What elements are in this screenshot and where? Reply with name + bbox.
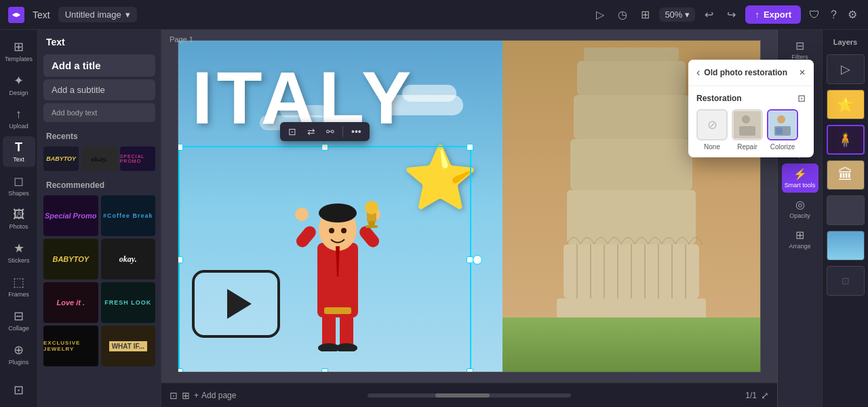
handle-top-left[interactable] xyxy=(178,144,183,151)
help-icon[interactable]: ? xyxy=(828,6,840,24)
shapes-icon: ◻ xyxy=(14,174,24,189)
timer-btn[interactable]: ◷ xyxy=(614,5,631,24)
settings-icon[interactable]: ⚙ xyxy=(845,5,860,24)
layer-item-blank1[interactable] xyxy=(827,195,865,225)
canvas[interactable]: ITALY xyxy=(178,40,761,372)
sidebar-item-more[interactable]: ⊡ xyxy=(3,379,35,402)
doc-name-text: Untitled image xyxy=(65,9,121,20)
rec-item-fresh-look[interactable]: FRESH LOOK xyxy=(101,282,156,323)
handle-top-right[interactable] xyxy=(467,144,473,151)
selection-box[interactable]: ↻ xyxy=(178,146,471,372)
recent-item-okay[interactable]: okay. xyxy=(81,147,117,171)
collage-icon: ⊟ xyxy=(14,309,24,324)
arrange-btn[interactable]: ⊞ Arrange xyxy=(782,225,818,254)
handle-bottom-right[interactable] xyxy=(467,368,473,372)
rec-item-babytoy2[interactable]: BABYTOY xyxy=(43,239,98,279)
fullscreen-btn[interactable]: ⤢ xyxy=(761,390,769,401)
layer-item-blank2[interactable]: ⊡ xyxy=(827,266,865,296)
flip-btn[interactable]: ⇄ xyxy=(304,125,318,138)
more-icon: ⊡ xyxy=(14,383,24,398)
handle-bottom-left[interactable] xyxy=(178,368,183,372)
layer-item-person[interactable]: 🧍 xyxy=(827,125,865,155)
handle-top-center[interactable] xyxy=(321,144,328,151)
opacity-btn[interactable]: ◎ Opacity xyxy=(782,194,818,223)
bottom-bar-right: 1/1 ⤢ xyxy=(576,390,769,401)
sidebar-item-shapes[interactable]: ◻ Shapes xyxy=(3,170,35,201)
scrollbar-thumb xyxy=(435,393,490,398)
canvas-area[interactable]: Page 1 ITALY xyxy=(161,30,777,407)
rec-fresh-look-text: FRESH LOOK xyxy=(104,299,151,306)
smart-tools-label: Smart tools xyxy=(785,182,816,189)
resto-option-none[interactable]: ⊘ None xyxy=(696,109,728,151)
resto-expand-icon[interactable]: ⊡ xyxy=(797,93,806,104)
special-text: Special Promo xyxy=(120,154,155,163)
layer-item-sky[interactable] xyxy=(827,231,865,260)
resto-option-repair[interactable]: Repair xyxy=(732,109,763,151)
rec-item-special-promo[interactable]: Special Promo xyxy=(43,195,98,236)
app-logo xyxy=(8,7,24,23)
bottom-bar: ⊡ ⊞ + Add page 1/1 ⤢ xyxy=(161,383,777,407)
layers-panel: Layers ▷ ⭐ 🧍 🏛 ⊡ xyxy=(822,30,868,407)
resto-none-label: None xyxy=(704,143,720,151)
smart-tools-btn[interactable]: ⚡ Smart tools xyxy=(782,163,818,193)
recents-label: Recents xyxy=(38,125,161,144)
handle-bottom-center[interactable] xyxy=(321,368,328,372)
okay-text: okay. xyxy=(91,155,108,163)
resto-close-button[interactable]: ✕ xyxy=(799,68,806,77)
sidebar-item-frames[interactable]: ⬚ Frames xyxy=(3,271,35,302)
layer-item-video[interactable]: ▷ xyxy=(827,54,865,84)
rotate-handle[interactable]: ↻ xyxy=(473,255,482,265)
crop-btn[interactable]: ⊡ xyxy=(285,125,299,138)
resto-option-colorize[interactable]: Colorize xyxy=(767,109,798,151)
text-icon: T xyxy=(15,140,22,155)
redo-btn[interactable]: ↪ xyxy=(723,5,740,24)
recent-item-special[interactable]: Special Promo xyxy=(120,147,155,171)
export-button[interactable]: ↑ Export xyxy=(745,5,801,24)
templates-icon: ⊞ xyxy=(14,39,24,54)
rec-love-it-text: Love it . xyxy=(56,298,85,307)
page-label: Page 1 xyxy=(170,35,193,43)
layer-item-pisa[interactable]: 🏛 xyxy=(827,160,865,190)
export-label: Export xyxy=(764,9,791,20)
panel-title: Text xyxy=(38,30,161,52)
add-page-button[interactable]: + Add page xyxy=(194,391,236,400)
resto-section-title: Restoration ⊡ xyxy=(696,93,806,104)
scrollbar[interactable] xyxy=(368,393,571,398)
sidebar-item-templates[interactable]: ⊞ Templates xyxy=(3,35,35,66)
doc-name-btn[interactable]: Untitled image ▾ xyxy=(58,7,137,22)
play-btn[interactable]: ▷ xyxy=(592,5,608,24)
add-subtitle-btn[interactable]: Add a subtitle xyxy=(43,79,155,100)
rec-item-jewelry[interactable]: Exclusive Jewelry xyxy=(43,326,98,366)
rec-item-what-if[interactable]: WHAT IF... xyxy=(101,326,156,366)
sidebar-item-text[interactable]: T Text xyxy=(3,136,35,167)
add-body-btn[interactable]: Add body text xyxy=(43,103,155,122)
screenshot-btn[interactable]: ⊡ xyxy=(170,390,178,401)
link-btn[interactable]: ⚯ xyxy=(323,125,337,138)
filters-icon: ⊟ xyxy=(795,39,804,52)
handle-mid-left[interactable] xyxy=(178,256,183,263)
float-toolbar: ⊡ ⇄ ⚯ ••• xyxy=(280,122,370,141)
zoom-control[interactable]: 50% ▾ xyxy=(659,7,695,22)
layout-btn[interactable]: ⊞ xyxy=(637,5,654,24)
sidebar-item-plugins[interactable]: ⊕ Plugins xyxy=(3,338,35,370)
svg-rect-42 xyxy=(776,128,783,134)
bottom-bar-center xyxy=(368,393,571,398)
svg-point-40 xyxy=(777,115,785,123)
sidebar-item-design[interactable]: ✦ Design xyxy=(3,69,35,100)
layer-item-star[interactable]: ⭐ xyxy=(827,90,865,119)
resto-back-button[interactable]: ‹ xyxy=(696,66,700,79)
add-page-label: Add page xyxy=(201,391,236,400)
sidebar-item-upload[interactable]: ↑ Upload xyxy=(3,103,35,134)
undo-btn[interactable]: ↩ xyxy=(701,5,717,24)
sidebar-item-collage[interactable]: ⊟ Collage xyxy=(3,305,35,336)
add-title-btn[interactable]: Add a title xyxy=(43,54,155,77)
rec-item-coffee-break[interactable]: #Coffee Break xyxy=(101,195,156,236)
rec-item-okay2[interactable]: okay. xyxy=(101,239,156,279)
grid-btn[interactable]: ⊞ xyxy=(182,390,190,401)
arrange-icon: ⊞ xyxy=(795,229,804,241)
recent-item-babytoy[interactable]: BABYTOY xyxy=(43,147,79,171)
rec-item-love-it[interactable]: Love it . xyxy=(43,282,98,323)
sidebar-item-photos[interactable]: 🖼 Photos xyxy=(3,204,35,234)
sidebar-item-stickers[interactable]: ★ Stickers xyxy=(3,237,35,268)
more-options-btn[interactable]: ••• xyxy=(349,125,364,138)
